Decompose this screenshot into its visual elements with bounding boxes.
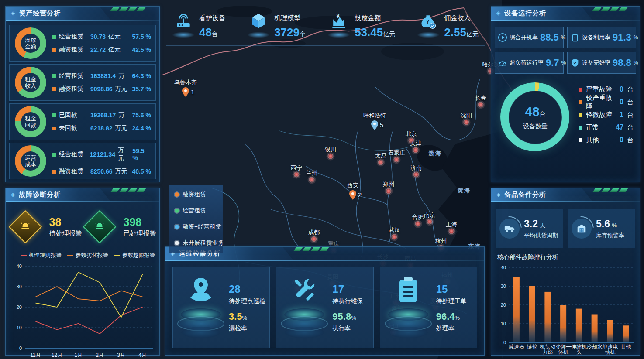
- city-label: 呼和浩特: [363, 112, 386, 120]
- map-city-marker[interactable]: 天津: [414, 148, 418, 152]
- pedestal-decoration: [384, 271, 433, 344]
- legend-item-minor[interactable]: 轻微故障1台: [579, 109, 634, 120]
- module-count: 15: [436, 283, 467, 295]
- header-stripes-decoration: [295, 247, 327, 251]
- city-label: 兰州: [306, 169, 317, 177]
- alarm-icon: [83, 210, 116, 243]
- city-label: 郑州: [383, 181, 394, 188]
- maintenance-module-1: 17 待执行维保 95.8% 执行率: [276, 267, 373, 348]
- header-underline: [6, 20, 159, 21]
- map-legend: 融资租赁经营租赁融资+经营租赁未开展租赁业务: [169, 185, 223, 253]
- module-count: 28: [229, 283, 265, 295]
- city-label: 太原: [375, 152, 386, 160]
- stat-unit: 个: [300, 31, 306, 38]
- legend-item-rule[interactable]: 机理规则报警: [21, 252, 62, 259]
- map-city-marker[interactable]: 成都: [312, 237, 316, 241]
- panel-header: ◈ 设备运行分析: [491, 7, 640, 22]
- core-faults-bar-chart: 010203040减速器链轮机头动力部变频一体机伸缩机头冷却水单速电动机其他: [496, 263, 636, 358]
- donut-label: 没放: [25, 37, 36, 43]
- map-city-marker[interactable]: 上海: [450, 229, 454, 233]
- svg-text:¥: ¥: [427, 19, 430, 25]
- panel-device-operation: ◈ 设备运行分析 综合开机率 88.5 % 设备利用率 91.3 % 超负荷运行…: [491, 6, 640, 182]
- map-city-marker[interactable]: 西宁: [295, 173, 299, 177]
- device-metric-2: 超负荷运行率 9.7 %: [495, 52, 564, 74]
- asset-row-3: 运营成本 经营租赁12121.34万元59.5 % 融资租赁8250.66万元4…: [9, 143, 156, 179]
- svg-text:变频一体机: 变频一体机: [555, 344, 571, 355]
- map-city-marker[interactable]: 兰州: [310, 178, 314, 182]
- legend-dash-icon: [67, 255, 73, 256]
- svg-text:伸缩机头: 伸缩机头: [571, 344, 587, 355]
- maintenance-module-0: 28 待处理点巡检 3.5% 漏检率: [172, 267, 270, 348]
- legend-item-serious[interactable]: 较严重故障0台: [579, 97, 634, 107]
- legend-circle-icon: [175, 209, 179, 213]
- header-underline: [165, 260, 484, 261]
- map-city-marker[interactable]: 太原: [379, 161, 383, 164]
- map-legend-item-3[interactable]: 未开展租赁业务: [175, 239, 217, 247]
- panel-spare-parts: ◈ 备品备件分析 3.2 天 平均供货周期 5.6 % 库存预警率 核心部件故障…: [491, 188, 640, 356]
- asset-item: 融资租赁8250.66万元40.5 %: [52, 168, 151, 175]
- header-tab: ◈ 备品备件分析: [491, 188, 592, 201]
- legend-dash-icon: [21, 255, 27, 256]
- metric-label: 设备利用率: [582, 34, 610, 41]
- svg-text:冷却水: 冷却水: [587, 344, 603, 350]
- legend-square-icon: [579, 126, 582, 130]
- legend-item-degrade[interactable]: 参数劣化报警: [67, 252, 108, 259]
- tools-icon: [290, 275, 318, 306]
- legend-item-normal[interactable]: 正常47台: [579, 122, 634, 133]
- device-count-caption: 设备数量: [523, 123, 548, 130]
- map-city-pin[interactable]: 呼和浩特5: [371, 120, 378, 130]
- stat-unit: 亿元: [383, 31, 395, 38]
- map-legend-item-1[interactable]: 经营租赁: [175, 207, 217, 215]
- header-stripes-decoration: [594, 7, 627, 11]
- city-dot-icon: [465, 120, 468, 124]
- alarm-icon: [8, 210, 41, 243]
- panel-fault-diagnosis: ◈ 故障诊断分析 38 待处理报警 398 已处理报警 机理规则报警: [5, 188, 160, 356]
- map-city-pin[interactable]: 西安2: [349, 190, 356, 200]
- map-legend-item-0[interactable]: 融资租赁: [175, 191, 217, 198]
- map-city-marker[interactable]: 石家庄: [395, 158, 399, 162]
- map-city-marker[interactable]: 沈阳: [465, 120, 468, 124]
- header-tab: ◈ 资产经营分析: [6, 7, 110, 20]
- city-dot-icon: [428, 220, 432, 224]
- device-metrics: 综合开机率 88.5 % 设备利用率 91.3 % 超负荷运行率 9.7 % 设…: [491, 22, 640, 75]
- asset-donut-chart: 运营成本: [15, 145, 46, 177]
- module-count: 17: [332, 283, 363, 295]
- header-tab: ◈ 设备运行分析: [491, 7, 592, 20]
- city-label: 西安: [347, 181, 358, 189]
- panel-title: 设备运行分析: [504, 9, 546, 17]
- module-rate: 3.5%: [229, 311, 265, 322]
- card-value: 5.6: [596, 218, 610, 229]
- map-city-pin[interactable]: 乌鲁木齐1: [182, 87, 189, 97]
- asset-item: 已回款19268.17万75.6 %: [52, 111, 151, 119]
- metric-unit: %: [634, 34, 638, 41]
- legend-circle-icon: [175, 192, 179, 197]
- legend-square-icon: [579, 88, 582, 92]
- diamond-icon: ◈: [11, 10, 15, 16]
- map-city-marker[interactable]: 郑州: [387, 189, 391, 193]
- svg-text:其他: 其他: [620, 344, 631, 350]
- asset-row-0: 没放金额 经营租赁30.73亿元57.5 % 融资租赁22.72亿元42.5 %: [9, 25, 156, 62]
- map-city-marker[interactable]: 武汉: [393, 235, 396, 239]
- invest-chart-icon: ¥: [329, 11, 348, 31]
- header-underline: [6, 201, 159, 202]
- map-city-marker[interactable]: 济南: [414, 173, 418, 177]
- legend-item-critical[interactable]: 严重故障0台: [579, 84, 634, 95]
- metric-value: 88.5: [540, 32, 559, 43]
- svg-text:机头动力部: 机头动力部: [539, 344, 555, 355]
- card-label: 平均供货周期: [524, 232, 558, 239]
- top-stat-0: 看护设备 48台: [172, 7, 225, 44]
- legend-item-other[interactable]: 其他0台: [579, 135, 634, 145]
- map-city-marker[interactable]: 银川: [329, 154, 333, 158]
- pending-alarms-count: 38: [49, 216, 82, 228]
- device-count: 48: [525, 104, 539, 119]
- city-label: 西宁: [291, 164, 302, 172]
- legend-item-overlimit[interactable]: 参数越限报警: [114, 252, 155, 259]
- map-city-marker[interactable]: 长春: [479, 103, 483, 107]
- module-rate-label: 处理率: [436, 325, 467, 332]
- city-label: 石家庄: [388, 149, 405, 157]
- map-city-marker[interactable]: 南京: [428, 220, 432, 224]
- map-city-marker[interactable]: 合肥: [416, 222, 420, 226]
- map-legend-item-2[interactable]: 融资+经营租赁: [175, 223, 217, 231]
- svg-text:20: 20: [17, 304, 22, 310]
- warehouse-icon: [572, 219, 592, 239]
